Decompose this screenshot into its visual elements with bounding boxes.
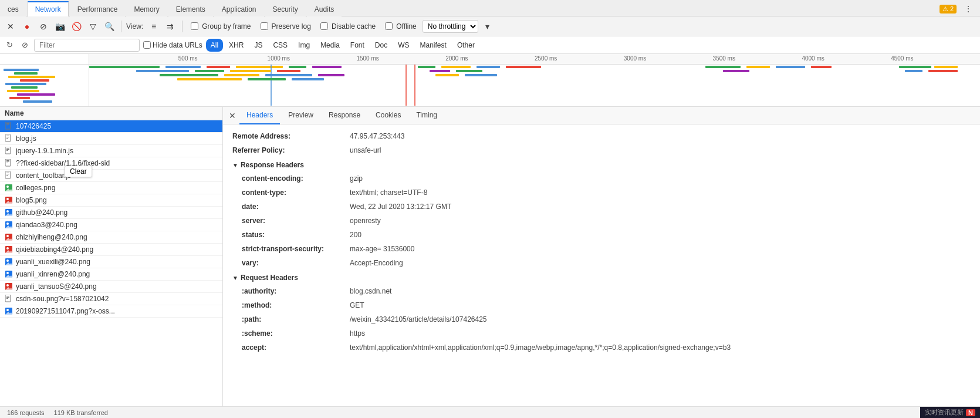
req-key-3: :scheme: — [232, 328, 350, 339]
file-item-11[interactable]: yuanli_xuexili@240.png — [0, 256, 222, 268]
doc-icon — [5, 171, 13, 180]
tab-network[interactable]: Network — [28, 1, 69, 16]
data-transferred: 119 KB transferred — [54, 409, 108, 416]
group-by-frame-checkbox[interactable] — [191, 22, 198, 30]
camera-button[interactable]: 📷 — [53, 19, 67, 33]
tab-audits[interactable]: Audits — [307, 1, 342, 16]
svg-rect-54 — [6, 138, 8, 139]
group-by-frame-checkbox-label[interactable]: Group by frame — [191, 22, 251, 31]
tab-cookies[interactable]: Cookies — [369, 107, 408, 124]
tab-performance[interactable]: Performance — [70, 1, 126, 16]
filter-type-ws[interactable]: WS — [393, 39, 414, 52]
tab-headers[interactable]: Headers — [239, 107, 280, 124]
close-devtools-button[interactable]: ✕ — [4, 19, 18, 33]
hide-data-urls-checkbox-label[interactable]: Hide data URLs — [143, 41, 202, 49]
svg-rect-33 — [506, 66, 541, 68]
filter-type-xhr[interactable]: XHR — [224, 39, 248, 52]
filter-type-all[interactable]: All — [206, 39, 223, 52]
file-item-8[interactable]: qiandao3@240.png — [0, 219, 222, 231]
disable-cache-checkbox-label[interactable]: Disable cache — [320, 22, 376, 31]
tab-memory[interactable]: Memory — [126, 1, 167, 16]
file-item-15[interactable]: 201909271511047.png?x-oss... — [0, 305, 222, 318]
clear-log-button[interactable]: 🚫 — [69, 19, 83, 33]
svg-rect-28 — [248, 78, 286, 80]
toolbar: ✕ ● ⊘ 📷 🚫 ▽ 🔍 View: ≡ ⇉ Group by frame P… — [0, 16, 980, 36]
file-item-10[interactable]: qixiebiaobing4@240.png — [0, 244, 222, 256]
tab-preview[interactable]: Preview — [281, 107, 320, 124]
svg-rect-19 — [136, 70, 189, 72]
detail-close-button[interactable]: ✕ — [227, 110, 238, 122]
tab-sources[interactable]: ces — [0, 1, 26, 16]
response-headers-section[interactable]: ▼ Response Headers — [232, 157, 971, 171]
file-item-1[interactable]: blog.js — [0, 133, 222, 145]
more-options-button[interactable]: ⋮ — [961, 2, 975, 16]
response-header-row-1: content-type: text/html; charset=UTF-8 — [232, 186, 971, 200]
tab-elements[interactable]: Elements — [168, 1, 213, 16]
file-item-2[interactable]: jquery-1.9.1.min.js — [0, 145, 222, 157]
svg-rect-3 — [20, 79, 49, 82]
filter-type-css[interactable]: CSS — [268, 39, 292, 52]
request-headers-section[interactable]: ▼ Request Headers — [232, 270, 971, 284]
tab-application[interactable]: Application — [214, 1, 264, 16]
refresh-button[interactable]: ↻ — [4, 39, 15, 51]
file-name-1: blog.js — [16, 134, 36, 143]
filter-type-doc[interactable]: Doc — [370, 39, 392, 52]
file-item-3[interactable]: ??fixed-sidebar/1.1.6/fixed-sid — [0, 157, 222, 170]
filter-button[interactable]: ▽ — [86, 19, 100, 33]
preserve-log-checkbox[interactable] — [261, 22, 268, 30]
file-item-7[interactable]: github@240.png — [0, 207, 222, 219]
req-val-0: blog.csdn.net — [350, 286, 391, 296]
svg-rect-34 — [430, 70, 450, 72]
throttle-select[interactable]: No throttling — [423, 20, 478, 33]
no-cache-button[interactable]: ⊘ — [19, 39, 31, 51]
offline-checkbox[interactable] — [385, 22, 393, 30]
throttle-dropdown-button[interactable]: ▾ — [481, 19, 495, 33]
filter-type-font[interactable]: Font — [346, 39, 369, 52]
view-label: View: — [126, 22, 143, 31]
filter-type-media[interactable]: Media — [316, 39, 344, 52]
resp-key-3: server: — [232, 215, 350, 226]
view-waterfall-button[interactable]: ⇉ — [163, 19, 177, 33]
req-val-1: GET — [350, 300, 364, 311]
resp-val-0: gzip — [350, 173, 363, 184]
file-item-0[interactable]: 107426425 — [0, 120, 222, 133]
tab-security[interactable]: Security — [265, 1, 306, 16]
file-item-9[interactable]: chizhiyiheng@240.png — [0, 231, 222, 244]
offline-checkbox-label[interactable]: Offline — [385, 22, 416, 31]
search-button[interactable]: 🔍 — [102, 19, 116, 33]
filter-type-img[interactable]: Img — [293, 39, 315, 52]
tab-timing[interactable]: Timing — [409, 107, 444, 124]
svg-point-68 — [6, 186, 9, 188]
timeline-mini-bars — [2, 66, 89, 106]
svg-rect-4 — [5, 83, 46, 85]
hide-data-urls-checkbox[interactable] — [143, 41, 151, 49]
file-item-13[interactable]: yuanli_tansuoS@240.png — [0, 281, 222, 293]
resp-key-0: content-encoding: — [232, 173, 350, 184]
svg-rect-45 — [905, 70, 922, 72]
view-list-button[interactable]: ≡ — [147, 19, 161, 33]
file-item-6[interactable]: blog5.png — [0, 194, 222, 207]
file-item-5[interactable]: colleges.png — [0, 182, 222, 194]
svg-rect-97 — [6, 298, 8, 299]
doc-icon — [5, 159, 13, 167]
clear-button[interactable]: Clear — [65, 166, 92, 177]
file-item-14[interactable]: csdn-sou.png?v=1587021042 — [0, 293, 222, 305]
svg-rect-48 — [6, 123, 9, 124]
filter-type-other[interactable]: Other — [452, 39, 479, 52]
ruler-mark-7: 4000 ms — [802, 55, 824, 62]
stop-recording-button[interactable]: ⊘ — [36, 19, 50, 33]
file-item-12[interactable]: yuanli_xinren@240.png — [0, 268, 222, 281]
doc-icon — [5, 134, 13, 143]
disable-cache-checkbox[interactable] — [320, 22, 328, 30]
filter-input[interactable] — [34, 39, 140, 52]
response-header-row-6: vary: Accept-Encoding — [232, 256, 971, 270]
svg-rect-52 — [6, 136, 9, 136]
file-list: Name 107426425blog.jsjquery-1.9.1.min.js… — [0, 107, 223, 406]
record-button[interactable]: ● — [20, 19, 34, 33]
file-item-4[interactable]: content_toolbar.js — [0, 170, 222, 182]
resp-key-2: date: — [232, 201, 350, 212]
filter-type-manifest[interactable]: Manifest — [415, 39, 451, 52]
filter-type-js[interactable]: JS — [249, 39, 267, 52]
tab-response[interactable]: Response — [322, 107, 367, 124]
preserve-log-checkbox-label[interactable]: Preserve log — [261, 22, 311, 31]
